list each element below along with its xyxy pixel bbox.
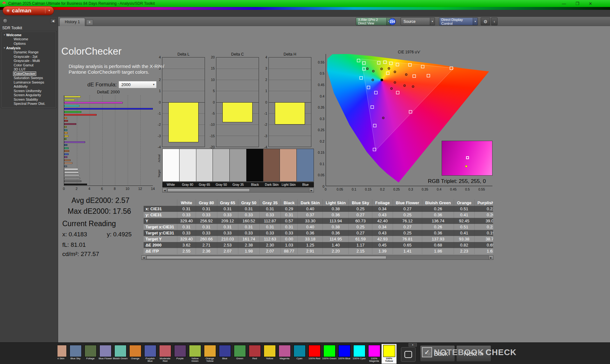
de-bar bbox=[64, 165, 67, 167]
patch-swatch-gray-65[interactable] bbox=[196, 149, 213, 181]
bottom-patch-bluish-green[interactable]: Bluish Green bbox=[113, 344, 128, 364]
sidebar-item-screen-uniformity[interactable]: Screen Uniformity bbox=[2, 89, 56, 93]
sidebar-item-spectral-power-dist[interactable]: Spectral Power Dist. bbox=[2, 102, 56, 106]
bottom-patch-blue[interactable]: Blue bbox=[217, 344, 232, 364]
display-control-dropdown[interactable]: Direct Display Control ▼ bbox=[439, 17, 478, 25]
bottom-patch-100-blue[interactable]: 100% Blue bbox=[337, 344, 352, 364]
sidebar: ◀ SDR Toolkit ▾WelcomeWelcomeOptions▾Ana… bbox=[0, 17, 58, 342]
logo-dropdown-arrow-icon: ▼ bbox=[45, 8, 51, 13]
y-tick-label: 4 bbox=[259, 55, 267, 59]
toolkit-title: SDR Toolkit bbox=[2, 26, 22, 30]
pattern-window-button[interactable] bbox=[401, 347, 416, 362]
measured-marker bbox=[390, 88, 392, 90]
sidebar-collapse-button[interactable]: ◀ bbox=[50, 18, 56, 24]
scrollbar-thumb[interactable] bbox=[146, 256, 386, 259]
table-cell: 0.31 bbox=[177, 206, 196, 212]
patch-swatch-black[interactable] bbox=[247, 149, 263, 181]
sidebar-item-welcome[interactable]: Welcome bbox=[2, 37, 56, 42]
sidebar-item-colorchecker[interactable]: ColorChecker bbox=[2, 72, 56, 76]
bottom-patch-red[interactable]: Red bbox=[247, 344, 262, 364]
table-cell: 0.27 bbox=[349, 230, 372, 236]
table-cell: 0.43 bbox=[372, 230, 393, 236]
patch-swatch-light-skin[interactable] bbox=[280, 149, 297, 181]
tab-history-1[interactable]: History 1 bbox=[59, 18, 85, 26]
next-button[interactable]: Next » bbox=[456, 345, 491, 362]
sidebar-item-saturation-sweeps[interactable]: Saturation Sweeps bbox=[2, 76, 56, 80]
bottom-patch-moderate-red[interactable]: Moderate Red bbox=[158, 344, 173, 364]
tree-group-welcome[interactable]: ▾Welcome bbox=[2, 33, 56, 37]
bottom-patch-foliage[interactable]: Foliage bbox=[83, 344, 98, 364]
bottom-patch-100-red[interactable]: 100% Red bbox=[307, 344, 322, 364]
scroll-left-button[interactable]: ◀ bbox=[142, 256, 146, 260]
measurement-table: WhiteGray 80Gray 65Gray 50Gray 35BlackDa… bbox=[144, 199, 493, 254]
sidebar-item-color-gamut[interactable]: Color Gamut bbox=[2, 63, 56, 68]
tree-group-analysis[interactable]: ▾Analysis bbox=[2, 46, 56, 50]
close-button[interactable]: ✕ bbox=[589, 1, 592, 6]
sidebar-item-options[interactable]: Options bbox=[2, 42, 56, 46]
collapse-panel-button[interactable]: ‹ bbox=[491, 17, 498, 25]
source-dropdown[interactable]: Source ▼ bbox=[401, 17, 435, 25]
sidebar-item-3d-lut[interactable]: 3D LUT bbox=[2, 67, 56, 72]
patch-swatch-white[interactable] bbox=[163, 149, 180, 181]
add-tab-button[interactable]: + bbox=[86, 19, 93, 25]
table-scrollbar[interactable]: ◀ ▶ bbox=[141, 255, 493, 260]
bottom-patch-yellow[interactable]: Yellow bbox=[262, 344, 277, 364]
bottom-patch-blue-flower[interactable]: Blue Flower bbox=[98, 344, 113, 364]
patch-color-chip bbox=[383, 345, 395, 357]
patch-label: Blue Sky bbox=[71, 357, 81, 363]
table-cell: 0.19 bbox=[474, 230, 493, 236]
bottom-patch-100-yellow[interactable]: 100% Yellow bbox=[382, 344, 396, 364]
sidebar-item-additivity[interactable]: Additivity bbox=[2, 84, 56, 89]
sidebar-item-dynamic-range[interactable]: Dynamic Range bbox=[2, 50, 56, 55]
patch-swatch-blue[interactable] bbox=[297, 149, 314, 181]
table-cell: 210.03 bbox=[217, 236, 238, 242]
sidebar-item-grayscale-2pt[interactable]: Grayscale - 2pt bbox=[2, 55, 56, 59]
bottom-patch-100-magenta[interactable]: 100% Magenta bbox=[367, 344, 382, 364]
sidebar-item-luminance-sweeps[interactable]: Luminance Sweeps bbox=[2, 80, 56, 85]
expand-patch-list-button[interactable]: ▲ bbox=[409, 343, 417, 347]
calman-menu-button[interactable]: ✳ calman ▼ bbox=[3, 6, 54, 15]
patch-swatch-gray-50[interactable] bbox=[213, 149, 230, 181]
table-cell: 2.23 bbox=[454, 248, 475, 254]
bottom-patch-green[interactable]: Green bbox=[232, 344, 247, 364]
sidebar-item-screen-stability[interactable]: Screen Stability bbox=[2, 98, 56, 102]
patch-label: Red bbox=[252, 357, 257, 363]
patch-swatch-dark-skin[interactable] bbox=[263, 149, 280, 181]
bottom-patch-100-cyan[interactable]: 100% Cyan bbox=[352, 344, 367, 364]
table-cell: 76.12 bbox=[393, 218, 422, 224]
sidebar-item-screen-angularity[interactable]: Screen Angularity bbox=[2, 93, 56, 98]
scroll-right-button[interactable]: ▶ bbox=[489, 256, 493, 260]
scroll-right-button[interactable]: ▶ bbox=[309, 188, 314, 192]
table-cell: 0.33 bbox=[259, 230, 281, 236]
patch-label: Blue bbox=[222, 357, 227, 363]
patch-strip-scrollbar[interactable]: ◀ ▶ bbox=[162, 188, 314, 192]
x-tick-label: 0.35 bbox=[422, 187, 428, 191]
maximize-button[interactable]: ❐ bbox=[575, 1, 579, 6]
bottom-patch-cyan[interactable]: Cyan bbox=[292, 344, 307, 364]
bottom-patch-ht-skin[interactable]: ht Skin bbox=[58, 344, 68, 364]
settings-button[interactable]: ⚙ bbox=[481, 17, 490, 25]
bottom-patch-orange-yellow[interactable]: Orange Yellow bbox=[202, 344, 217, 364]
bottom-patch-purple[interactable]: Purple bbox=[173, 344, 187, 364]
patch-swatch-gray-80[interactable] bbox=[180, 149, 196, 181]
scrollbar-thumb[interactable] bbox=[167, 189, 250, 192]
patch-swatch-gray-35[interactable] bbox=[230, 149, 247, 181]
back-button[interactable]: « Back bbox=[420, 345, 455, 362]
reading-y: y: 0.4925 bbox=[107, 231, 132, 238]
patch-label: 100% Yellow bbox=[382, 357, 396, 363]
bottom-patch-blue-sky[interactable]: Blue Sky bbox=[68, 344, 83, 364]
help-circle-icon[interactable] bbox=[3, 18, 8, 23]
bottom-patch-orange[interactable]: Orange bbox=[128, 344, 143, 364]
bottom-patch-purplish-blue[interactable]: Purplish Blue bbox=[143, 344, 158, 364]
y-tick-label: 1 bbox=[152, 89, 161, 93]
table-cell: 0.25 bbox=[349, 206, 372, 212]
sidebar-item-grayscale-multi[interactable]: Grayscale - Multi bbox=[2, 59, 56, 63]
patch-label: Gray 35 bbox=[230, 182, 247, 187]
bottom-patch-100-green[interactable]: 100% Green bbox=[322, 344, 337, 364]
bottom-patch-magenta[interactable]: Magenta bbox=[277, 344, 292, 364]
bottom-patch-yellow-green[interactable]: Yellow Green bbox=[187, 344, 202, 364]
scroll-left-button[interactable]: ◀ bbox=[163, 188, 167, 192]
de-formula-dropdown[interactable]: 2000 ▼ bbox=[119, 81, 157, 88]
meter-dropdown[interactable]: X-Rite i1Pro 2 Direct View ▼ bbox=[356, 17, 391, 25]
minimize-button[interactable]: — bbox=[562, 1, 566, 6]
